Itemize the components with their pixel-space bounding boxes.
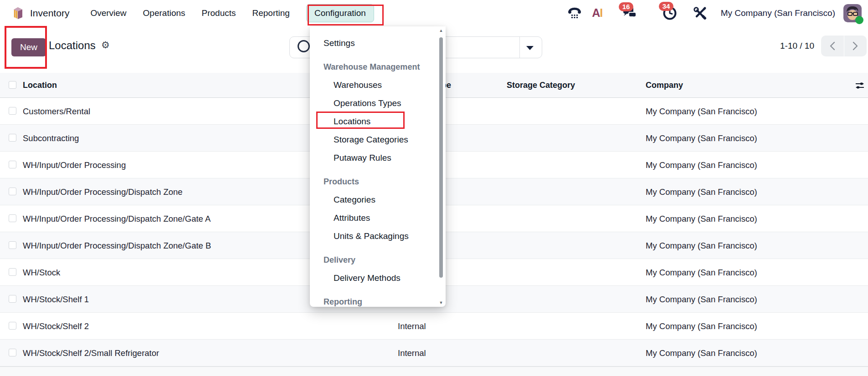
row-checkbox[interactable] <box>9 107 16 115</box>
cell-location: WH/Input/Order Processing/Dispatch Zone <box>23 178 183 205</box>
menu-item-attributes[interactable]: Attributes <box>310 209 446 227</box>
cell-company: My Company (San Francisco) <box>646 340 757 366</box>
configuration-dropdown-menu: SettingsWarehouse ManagementWarehousesOp… <box>310 26 446 307</box>
cell-location: WH/Input/Order Processing/Dispatch Zone/… <box>23 232 211 259</box>
cell-location-type: Internal <box>398 340 426 366</box>
menu-item-categories[interactable]: Categories <box>310 191 446 209</box>
column-header-location[interactable]: Location <box>23 73 57 98</box>
menu-item-operations-types[interactable]: Operations Types <box>310 94 446 112</box>
systray: AI 16 34 <box>564 4 868 22</box>
voip-phone-icon[interactable] <box>564 6 585 20</box>
menu-item-units-packagings[interactable]: Units & Packagings <box>310 227 446 245</box>
row-checkbox[interactable] <box>9 241 16 249</box>
table-row-wh-stock-shelf-2-small-refrigerator[interactable]: WH/Stock/Shelf 2/Small RefrigeratorInter… <box>0 340 868 366</box>
menu-scrollbar[interactable]: ▲▼ <box>439 27 443 306</box>
cell-company: My Company (San Francisco) <box>646 313 757 340</box>
column-header-company[interactable]: Company <box>646 73 683 98</box>
menu-item-delivery-methods[interactable]: Delivery Methods <box>310 269 446 287</box>
topbar-left: Inventory OverviewOperationsProductsRepo… <box>0 4 374 22</box>
row-checkbox[interactable] <box>9 214 16 222</box>
app-name[interactable]: Inventory <box>30 8 69 19</box>
top-menu: OverviewOperationsProductsReportingConfi… <box>90 4 374 22</box>
top-menu-item-operations[interactable]: Operations <box>143 8 185 18</box>
row-checkbox[interactable] <box>9 349 16 356</box>
cell-location: WH/Stock/Shelf 2/Small Refrigerator <box>23 340 159 366</box>
ai-icon[interactable]: AI <box>585 6 610 20</box>
company-switcher[interactable]: My Company (San Francisco) <box>721 8 835 18</box>
row-checkbox[interactable] <box>9 295 16 303</box>
pager-previous-button[interactable] <box>821 36 844 56</box>
activities-clock-icon[interactable]: 34 <box>650 5 691 21</box>
messages-badge: 16 <box>619 2 634 11</box>
menu-item-warehouses[interactable]: Warehouses <box>310 76 446 94</box>
cell-location: WH/Stock <box>23 259 60 286</box>
row-checkbox[interactable] <box>9 322 16 330</box>
messages-icon[interactable]: 16 <box>610 6 650 20</box>
cell-location-type: Internal <box>398 313 426 340</box>
menu-item-settings[interactable]: Settings <box>310 34 446 52</box>
cell-company: My Company (San Francisco) <box>646 152 757 178</box>
cell-company: My Company (San Francisco) <box>646 178 757 205</box>
row-checkbox[interactable] <box>9 161 16 168</box>
search-dropdown-caret[interactable] <box>526 46 534 50</box>
select-all-checkbox[interactable] <box>9 81 16 89</box>
cell-company: My Company (San Francisco) <box>646 205 757 232</box>
activities-badge: 34 <box>659 2 674 11</box>
cell-company: My Company (San Francisco) <box>646 286 757 313</box>
list-footer <box>0 366 868 376</box>
actions-gear-icon[interactable]: ⚙ <box>101 40 110 51</box>
cell-company: My Company (San Francisco) <box>646 98 757 125</box>
pager-range: 1-10 / 10 <box>780 41 814 51</box>
cell-location: WH/Input/Order Processing/Dispatch Zone/… <box>23 205 211 232</box>
new-button[interactable]: New <box>11 38 46 56</box>
top-menu-item-overview[interactable]: Overview <box>90 8 126 18</box>
row-checkbox[interactable] <box>9 188 16 195</box>
inventory-app-icon[interactable] <box>10 5 26 21</box>
cell-company: My Company (San Francisco) <box>646 125 757 152</box>
pager <box>821 36 867 56</box>
menu-item-putaway-rules[interactable]: Putaway Rules <box>310 149 446 167</box>
table-row-wh-stock-shelf-2[interactable]: WH/Stock/Shelf 2InternalMy Company (San … <box>0 313 868 340</box>
breadcrumb-page-title: Locations <box>49 39 96 52</box>
row-checkbox[interactable] <box>9 134 16 142</box>
menu-section-warehouse-management: Warehouse Management <box>310 58 446 76</box>
ai-letter-a: A <box>592 6 600 19</box>
online-status-dot <box>855 16 863 24</box>
cell-company: My Company (San Francisco) <box>646 232 757 259</box>
menu-item-locations[interactable]: Locations <box>310 112 446 131</box>
top-navigation-bar: Inventory OverviewOperationsProductsRepo… <box>0 0 868 26</box>
search-magnifier-icon <box>298 40 310 52</box>
menu-item-storage-categories[interactable]: Storage Categories <box>310 131 446 149</box>
cell-location: Subcontracting <box>23 125 79 152</box>
scrollbar-thumb[interactable] <box>439 37 443 278</box>
odoo-inventory-screen: Inventory OverviewOperationsProductsRepo… <box>0 0 868 376</box>
user-avatar[interactable] <box>843 4 862 22</box>
top-menu-item-products[interactable]: Products <box>202 8 236 18</box>
row-checkbox[interactable] <box>9 268 16 276</box>
cell-location: WH/Stock/Shelf 1 <box>23 286 89 313</box>
pager-next-button[interactable] <box>844 36 867 56</box>
menu-section-delivery: Delivery <box>310 251 446 269</box>
scroll-up-arrow[interactable]: ▲ <box>439 28 443 33</box>
scroll-down-arrow[interactable]: ▼ <box>439 300 443 305</box>
cell-location: WH/Input/Order Processing <box>23 152 126 178</box>
cell-company: My Company (San Francisco) <box>646 259 757 286</box>
ai-letter-i: I <box>600 6 602 19</box>
column-header-storage-category[interactable]: Storage Category <box>507 73 575 98</box>
search-divider <box>519 37 520 58</box>
menu-section-products: Products <box>310 173 446 191</box>
optional-columns-icon[interactable] <box>855 81 864 90</box>
cell-location: WH/Stock/Shelf 2 <box>23 313 89 340</box>
top-menu-item-reporting[interactable]: Reporting <box>252 8 290 18</box>
top-menu-item-configuration[interactable]: Configuration <box>306 4 374 22</box>
cell-location: Customers/Rental <box>23 98 90 125</box>
tools-icon[interactable] <box>691 6 709 20</box>
menu-section-reporting: Reporting <box>310 293 446 307</box>
